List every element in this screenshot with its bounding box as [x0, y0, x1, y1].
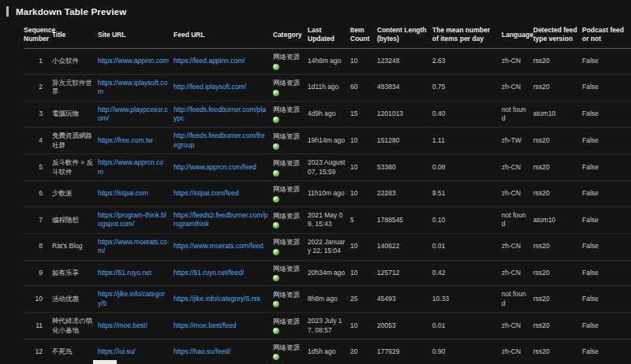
- site-url-link[interactable]: https://jike.info/category/5: [98, 290, 165, 306]
- category-text: 网络资源: [273, 106, 303, 114]
- sequence-number-text: 9: [39, 269, 43, 277]
- last-updated-cell: 4d9h ago: [308, 101, 350, 128]
- mean-items-per-day-text: 0.75: [432, 83, 446, 91]
- feed-url-link[interactable]: https://sspai.com/feed: [174, 189, 239, 197]
- feed-title-text: 如有乐享: [52, 269, 79, 277]
- language-cell: not found: [502, 286, 533, 313]
- horizontal-scrollbar-thumb[interactable]: [93, 360, 117, 364]
- feed-url-link[interactable]: https://51.ruyo.net/feed/: [174, 269, 244, 277]
- content-length-text: 22283: [377, 189, 396, 197]
- item-count-text: 15: [350, 110, 357, 117]
- site-url-link[interactable]: https://www.appinn.com: [98, 57, 169, 65]
- last-updated-text: 20h34m ago: [308, 269, 345, 277]
- table-row: 10活动优惠https://jike.info/category/5https:…: [24, 286, 631, 313]
- column-header-mean-items-per-day: The mean number of items per day: [432, 22, 502, 49]
- mean-items-per-day-cell: 10.33: [432, 286, 502, 313]
- podcast-flag-text: False: [582, 295, 599, 303]
- last-updated-text: 8h8m ago: [308, 295, 338, 303]
- table-row: 1小众软件https://www.appinn.comhttps://feed.…: [24, 49, 631, 74]
- column-header-podcast-flag: Podcast feed or not: [582, 22, 631, 49]
- sequence-number-cell: 12: [24, 340, 52, 364]
- green-circle-emoji: [273, 117, 279, 123]
- feed-url-link[interactable]: https://moe.best/feed: [174, 321, 236, 329]
- language-text: zh-CN: [502, 242, 521, 250]
- last-updated-text: 4d9h ago: [308, 110, 335, 117]
- feed-url-link[interactable]: http://feed.iplaysoft.com/: [174, 83, 246, 91]
- feed-type-version-cell: rss20: [533, 286, 582, 313]
- feed-url-link[interactable]: https://www.moerats.com/feed: [174, 242, 263, 250]
- content-length-text: 45493: [377, 295, 396, 303]
- feed-url-link[interactable]: http://feeds.feedburner.com/freegroup: [174, 132, 265, 148]
- feed-url-cell: http://feeds.feedburner.com/playpc: [174, 101, 273, 128]
- feed-url-link[interactable]: https://hao.su/feed/: [174, 347, 230, 355]
- site-url-link[interactable]: http://www.playpcesor.com/: [98, 106, 168, 122]
- language-text: zh-CN: [502, 83, 521, 91]
- feed-url-cell: https://moe.best/feed: [174, 313, 273, 340]
- category-cell: 网络资源: [273, 286, 308, 313]
- feed-type-version-cell: atom10: [533, 206, 582, 233]
- sequence-number-cell: 5: [24, 154, 52, 181]
- site-url-link[interactable]: https://iui.su/: [98, 347, 136, 355]
- content-length-text: 1201013: [377, 110, 403, 117]
- language-cell: zh-CN: [502, 313, 533, 340]
- site-url-link[interactable]: https://www.iplaysoft.com: [98, 79, 167, 95]
- item-count-cell: 10: [350, 313, 377, 340]
- table-row: 2异次元软件世界https://www.iplaysoft.comhttp://…: [24, 74, 631, 101]
- feed-url-link[interactable]: https://feeds2.feedburner.com/programthi…: [174, 211, 268, 228]
- podcast-flag-text: False: [582, 83, 599, 91]
- last-updated-cell: 2022 January 22, 15:04: [308, 233, 350, 260]
- site-url-link[interactable]: https://www.moerats.com/: [98, 238, 167, 254]
- site-url-link[interactable]: https://51.ruyo.net: [98, 269, 151, 277]
- last-updated-text: 1d11h ago: [308, 83, 339, 91]
- last-updated-text: 19h14m ago: [308, 136, 345, 144]
- content-length-text: 151280: [377, 136, 399, 144]
- feed-type-version-text: rss20: [533, 83, 550, 91]
- podcast-flag-cell: False: [582, 181, 631, 206]
- item-count-text: 10: [350, 242, 357, 250]
- table-header-row: Sequence NumberTitleSite URLFeed URLCate…: [24, 22, 631, 49]
- content-length-text: 483834: [377, 83, 399, 91]
- podcast-flag-cell: False: [582, 154, 631, 181]
- category-cell: 网络资源: [273, 260, 308, 285]
- green-circle-emoji: [273, 249, 279, 255]
- feed-type-version-text: rss20: [533, 189, 550, 197]
- category-cell: 网络资源: [273, 101, 308, 128]
- language-cell: zh-TW: [502, 128, 533, 154]
- site-url-link[interactable]: https://sspai.com: [98, 189, 148, 197]
- column-header-last-updated: Last Updated: [308, 22, 350, 49]
- feed-type-version-text: rss20: [533, 295, 550, 303]
- content-length-text: 53380: [377, 163, 396, 171]
- feed-url-cell: https://51.ruyo.net/feed/: [174, 260, 273, 285]
- item-count-text: 10: [350, 57, 357, 65]
- site-url-cell: https://program-think.blogspot.com/: [98, 206, 174, 233]
- category-cell: 网络资源: [273, 340, 308, 364]
- site-url-link[interactable]: https://program-think.blogspot.com/: [98, 211, 166, 228]
- content-length-text: 125712: [377, 269, 399, 277]
- site-url-link[interactable]: https://moe.best/: [98, 321, 147, 329]
- site-url-link[interactable]: https://www.apprcn.com: [98, 158, 163, 175]
- site-url-cell: https://jike.info/category/5: [98, 286, 174, 313]
- category-cell: 网络资源: [273, 206, 308, 233]
- column-header-language: Language: [502, 22, 533, 49]
- category-cell: 网络资源: [273, 74, 308, 101]
- language-cell: zh-CN: [502, 233, 533, 260]
- feed-title-cell: 编程随想: [52, 206, 98, 233]
- site-url-link[interactable]: https://free.com.tw: [98, 136, 152, 144]
- sequence-number-text: 10: [35, 295, 43, 303]
- item-count-text: 10: [350, 163, 357, 171]
- category-text: 网络资源: [273, 318, 303, 326]
- feed-url-link[interactable]: http://feeds.feedburner.com/playpc: [174, 106, 266, 122]
- language-cell: not found: [502, 206, 533, 233]
- item-count-text: 10: [350, 136, 357, 144]
- sequence-number-cell: 1: [24, 49, 52, 74]
- language-text: not found: [502, 211, 526, 228]
- feed-url-link[interactable]: https://jike.info/category/5.rss: [174, 295, 260, 303]
- feed-url-link[interactable]: https://feed.appinn.com/: [174, 57, 245, 65]
- column-header-feed-type-version: Detected feed type version: [533, 22, 582, 49]
- podcast-flag-cell: False: [582, 49, 631, 74]
- sequence-number-text: 5: [39, 163, 43, 171]
- feed-url-link[interactable]: http://www.apprcn.com/feed: [174, 163, 256, 171]
- mean-items-per-day-text: 1.11: [432, 136, 445, 144]
- podcast-flag-cell: False: [582, 260, 631, 285]
- green-circle-emoji: [273, 275, 279, 281]
